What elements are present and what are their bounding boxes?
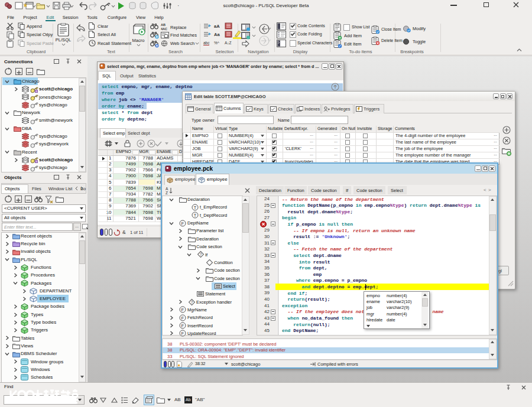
svg-text:T: T bbox=[194, 205, 197, 210]
svg-text:F: F bbox=[181, 331, 184, 336]
svg-text:F: F bbox=[181, 323, 184, 328]
svg-text:F: F bbox=[181, 315, 184, 321]
svg-text:F: F bbox=[181, 307, 184, 312]
svg-text:?: ? bbox=[200, 252, 202, 256]
svg-text:Z: Z bbox=[166, 191, 168, 194]
svg-text:T: T bbox=[194, 213, 197, 218]
svg-text:F: F bbox=[181, 220, 184, 226]
svg-text:?: ? bbox=[191, 300, 193, 304]
svg-text:A: A bbox=[166, 187, 168, 191]
